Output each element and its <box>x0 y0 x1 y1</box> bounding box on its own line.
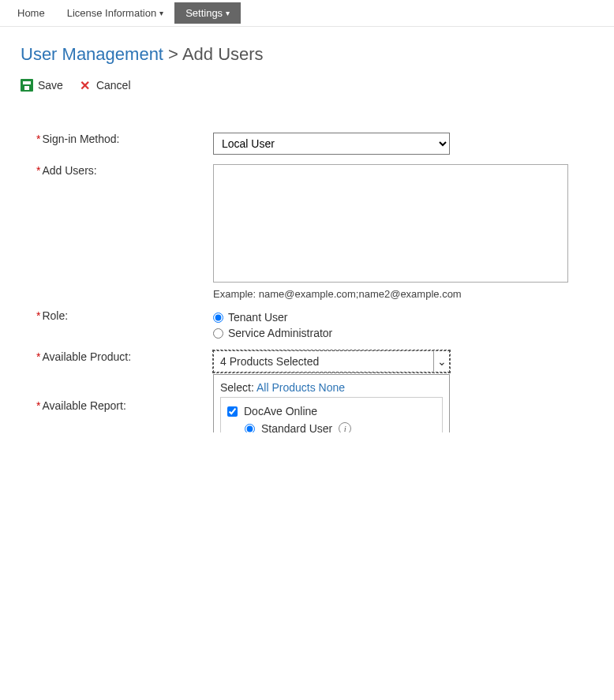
top-nav: Home License Information ▾ Settings ▾ <box>0 0 614 27</box>
product-docave-online[interactable]: DocAve Online <box>224 402 439 420</box>
select-shortcuts: Select: All Products None <box>220 380 443 397</box>
breadcrumb-root-link[interactable]: User Management <box>21 44 163 64</box>
add-users-hint: Example: name@example.com;name2@example.… <box>213 288 593 300</box>
save-action[interactable]: Save <box>21 79 63 92</box>
add-users-label: *Add Users: <box>36 164 178 300</box>
role-service-admin[interactable]: Service Administrator <box>213 325 593 341</box>
signin-method-label: *Sign-in Method: <box>36 133 178 155</box>
product-tree: DocAve Online Standard User i Applicatio… <box>220 397 443 432</box>
nav-license[interactable]: License Information ▾ <box>56 2 174 24</box>
breadcrumb-current: Add Users <box>182 44 264 64</box>
nav-home[interactable]: Home <box>6 2 56 24</box>
chevron-down-icon: ▾ <box>159 9 163 17</box>
product-dropdown-panel: Select: All Products None DocAve Online <box>213 374 450 432</box>
cancel-action[interactable]: ✕ Cancel <box>79 79 131 92</box>
role-tenant-user[interactable]: Tenant User <box>213 309 593 325</box>
add-users-input[interactable] <box>213 164 568 283</box>
close-icon: ✕ <box>79 79 92 92</box>
chevron-down-icon: ⌄ <box>433 350 449 372</box>
chevron-down-icon: ▾ <box>226 9 230 17</box>
info-icon[interactable]: i <box>339 422 351 432</box>
select-all-products-link[interactable]: All Products <box>256 381 316 394</box>
select-none-link[interactable]: None <box>319 381 345 394</box>
nav-settings[interactable]: Settings ▾ <box>174 2 241 24</box>
save-icon <box>21 79 33 92</box>
product-dropdown-trigger[interactable]: 4 Products Selected ⌄ <box>213 350 450 372</box>
breadcrumb: User Management > Add Users <box>21 43 593 79</box>
product-docave-online-standard[interactable]: Standard User i <box>224 420 439 432</box>
available-product-label: *Available Product: <box>36 350 178 432</box>
role-label: *Role: <box>36 309 178 341</box>
signin-method-select[interactable]: Local User <box>213 133 450 155</box>
action-bar: Save ✕ Cancel <box>21 79 593 114</box>
